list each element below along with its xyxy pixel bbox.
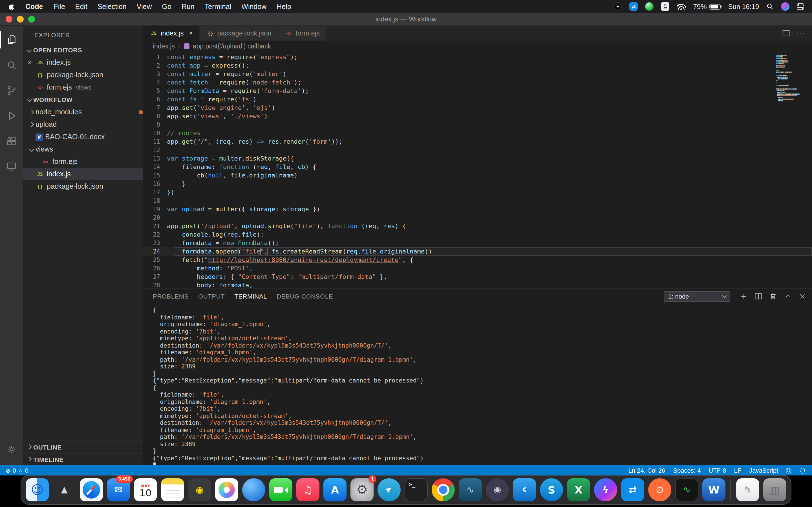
- tree-item-views[interactable]: views: [23, 143, 143, 156]
- open-editor-index.js[interactable]: ✕JSindex.js: [23, 56, 143, 69]
- encoding[interactable]: UTF-8: [709, 467, 726, 474]
- dock-teamviewer-icon[interactable]: ⇄: [621, 478, 644, 501]
- input-source-icon[interactable]: VIST: [661, 2, 670, 11]
- dock-textedit-icon[interactable]: ✎: [736, 478, 759, 501]
- terminal-shell-select[interactable]: 1: node: [664, 291, 730, 302]
- dock-safari-icon[interactable]: [80, 478, 103, 501]
- terminal-output[interactable]: { fieldname: 'file', originalname: 'diag…: [143, 304, 812, 465]
- code-line[interactable]: 18: [143, 196, 812, 205]
- green-orb-menu-icon[interactable]: [645, 2, 654, 11]
- tree-item-upload[interactable]: upload: [23, 118, 143, 131]
- wifi-icon[interactable]: [677, 4, 686, 9]
- control-center-icon[interactable]: [797, 3, 804, 10]
- code-line[interactable]: 9: [143, 121, 812, 129]
- dock-app-store-icon[interactable]: A: [323, 478, 347, 501]
- code-line[interactable]: 8app.set('views', './views'): [143, 112, 812, 121]
- code-line[interactable]: 15 cb(null, file.originalname): [143, 171, 812, 180]
- tree-item-package-lock.json[interactable]: {}package-lock.json: [23, 180, 143, 193]
- close-editor-icon[interactable]: ✕: [28, 60, 36, 65]
- dock-word-icon[interactable]: W: [702, 478, 725, 501]
- window-title-bar[interactable]: index.js — Workflow: [0, 13, 812, 26]
- dock-blue-sphere-app-icon[interactable]: [242, 478, 265, 501]
- code-line[interactable]: 27 headers: { "Content-Type": "multipart…: [143, 273, 812, 281]
- dock-finder-icon[interactable]: ☺: [26, 478, 49, 501]
- open-editor-package-lock.json[interactable]: {}package-lock.json: [23, 69, 143, 81]
- eol[interactable]: LF: [734, 467, 742, 474]
- tree-item-index.js[interactable]: JSindex.js: [23, 168, 143, 180]
- settings-gear-icon[interactable]: [0, 437, 23, 462]
- menu-file[interactable]: File: [49, 3, 70, 10]
- panel-tab-output[interactable]: OUTPUT: [198, 288, 225, 304]
- code-line[interactable]: 1const express = require("express");: [143, 53, 812, 61]
- close-panel-icon[interactable]: [799, 292, 806, 300]
- open-editor-form.ejs[interactable]: <>form.ejsviews: [23, 81, 143, 94]
- close-tab-icon[interactable]: ✕: [189, 31, 193, 36]
- outline-header[interactable]: OUTLINE: [23, 441, 143, 453]
- tab-form.ejs[interactable]: <>form.ejs: [278, 26, 326, 41]
- code-line[interactable]: 3const multer = require('multer'): [143, 70, 812, 78]
- panel-tab-debug-console[interactable]: DEBUG CONSOLE: [276, 288, 333, 304]
- tree-item-node_modules[interactable]: node_modules: [23, 106, 143, 118]
- feedback-smiley-icon[interactable]: [785, 467, 792, 474]
- dock-launchpad-icon[interactable]: ▲: [53, 478, 76, 501]
- indentation[interactable]: Spaces: 4: [673, 467, 701, 474]
- code-line[interactable]: 25 fetch("http://localhost:8080/engine-r…: [143, 256, 812, 264]
- search-icon[interactable]: [0, 52, 23, 78]
- dock-telegram-icon[interactable]: ➤: [377, 478, 401, 501]
- panel-tab-terminal[interactable]: TERMINAL: [234, 288, 267, 304]
- dock-chrome-icon[interactable]: [432, 478, 455, 501]
- code-line[interactable]: 21app.post('/upload', upload.single("fil…: [143, 222, 812, 230]
- breadcrumb[interactable]: index.js › app.post('/upload') callback: [143, 41, 812, 52]
- menu-selection[interactable]: Selection: [93, 3, 132, 10]
- code-line[interactable]: 17}): [143, 188, 812, 196]
- extensions-icon[interactable]: [0, 128, 23, 154]
- code-editor[interactable]: 1const express = require("express");2con…: [143, 52, 812, 288]
- menu-window[interactable]: Window: [236, 3, 271, 10]
- language-mode[interactable]: JavaScript: [749, 467, 778, 474]
- maximize-panel-icon[interactable]: [784, 292, 792, 300]
- code-line[interactable]: 12: [143, 146, 812, 154]
- dock-mysql-workbench-icon[interactable]: ∿: [459, 478, 482, 501]
- dock-vscode-icon[interactable]: ‹: [513, 478, 536, 501]
- close-window-button[interactable]: [6, 16, 12, 22]
- run-debug-icon[interactable]: [0, 103, 23, 128]
- code-line[interactable]: 6const fs = require('fs'): [143, 95, 812, 104]
- new-terminal-icon[interactable]: [740, 292, 748, 300]
- cursor-position[interactable]: Ln 24, Col 26: [628, 467, 665, 474]
- code-line[interactable]: 16 }: [143, 180, 812, 188]
- code-line[interactable]: 5const FormData = require('form-data');: [143, 87, 812, 95]
- apple-menu-icon[interactable]: [3, 2, 20, 11]
- dock-messenger-icon[interactable]: ϟ: [594, 478, 617, 501]
- dock-github-desktop-icon[interactable]: ◉: [486, 478, 509, 501]
- menu-go[interactable]: Go: [157, 3, 176, 10]
- tab-index.js[interactable]: JSindex.js✕: [143, 26, 200, 41]
- breadcrumb-symbol[interactable]: app.post('/upload') callback: [193, 43, 271, 50]
- breadcrumb-file[interactable]: index.js: [153, 43, 175, 50]
- workspace-header[interactable]: WORKFLOW: [23, 94, 143, 106]
- code-line[interactable]: 26 method: 'POST',: [143, 264, 812, 273]
- menu-edit[interactable]: Edit: [70, 3, 93, 10]
- minimize-window-button[interactable]: [17, 16, 24, 22]
- code-line[interactable]: 20: [143, 214, 812, 222]
- dock-music-icon[interactable]: ♫: [296, 478, 319, 501]
- dock-facetime-icon[interactable]: [269, 478, 292, 501]
- tab-package-lock.json[interactable]: {}package-lock.json: [200, 26, 278, 41]
- split-terminal-icon[interactable]: [755, 292, 762, 300]
- tree-item-BÁO-CÁO-01.docx[interactable]: WBÁO-CÁO-01.docx: [23, 131, 143, 143]
- menu-terminal[interactable]: Terminal: [200, 3, 237, 10]
- menu-view[interactable]: View: [132, 3, 157, 10]
- code-line[interactable]: 24 formdata.append("file", fs.createRead…: [143, 247, 812, 256]
- dock-postman-icon[interactable]: ⊙: [648, 478, 671, 501]
- battery-indicator[interactable]: 79%: [693, 3, 721, 10]
- code-line[interactable]: 4const fetch = require('node-fetch');: [143, 78, 812, 87]
- menu-help[interactable]: Help: [271, 3, 296, 10]
- code-line[interactable]: 7app.set('view engine', 'ejs'): [143, 104, 812, 112]
- timeline-header[interactable]: TIMELINE: [23, 453, 143, 465]
- dock-activity-monitor-icon[interactable]: ∿: [675, 478, 698, 501]
- notifications-bell-icon[interactable]: [799, 467, 806, 474]
- open-editors-header[interactable]: OPEN EDITORS: [23, 44, 143, 56]
- code-line[interactable]: 13var storage = multer.diskStorage({: [143, 154, 812, 163]
- siri-icon[interactable]: [781, 2, 790, 11]
- dock-notes-icon[interactable]: [161, 478, 184, 501]
- code-line[interactable]: 22 console.log(req.file);: [143, 230, 812, 239]
